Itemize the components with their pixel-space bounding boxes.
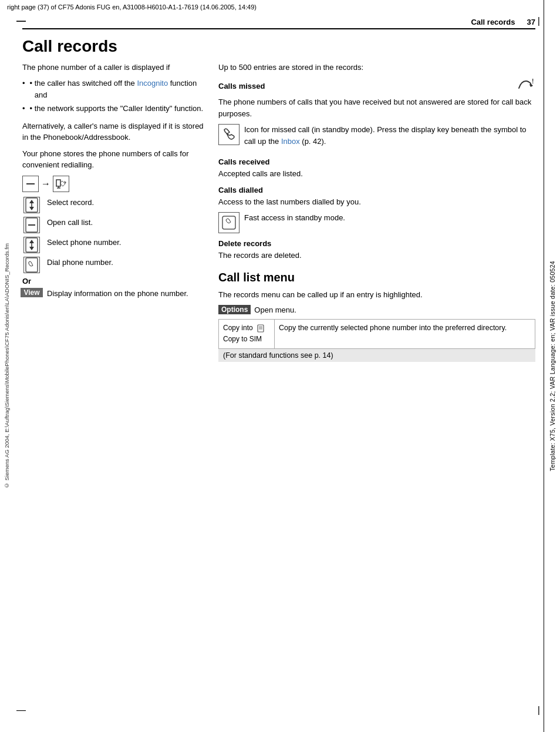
calls-missed-heading: Calls missed	[218, 82, 265, 90]
highlight-incognito: Incognito	[137, 79, 168, 88]
step4-text: Dial phone number.	[47, 257, 204, 268]
top-bar: right page (37) of CF75 Adonis FUG en, A…	[0, 0, 560, 13]
delete-records-body: The records are deleted.	[218, 250, 535, 261]
bullet-text-2: the network supports the "Caller Identit…	[35, 103, 203, 115]
phone-large-icon	[218, 124, 239, 145]
left-para2: Alternatively, a caller's name is displa…	[22, 120, 204, 143]
step3-text: Select phone number.	[47, 237, 204, 249]
top-left-mark: —	[16, 16, 26, 26]
left-sidebar-text: © Siemens AG 2004, E:\Auftrag\Siemens\Mo…	[4, 243, 10, 489]
nav-icon	[25, 197, 38, 213]
step1-icon-cell	[22, 197, 41, 213]
step-open-call-list: Open call list.	[22, 217, 204, 233]
svg-text:!: !	[532, 79, 534, 85]
step-dial-phone-number: Dial phone number.	[22, 257, 204, 273]
nav-icon-2	[25, 237, 38, 253]
top-bar-text: right page (37) of CF75 Adonis FUG en, A…	[7, 4, 257, 11]
fast-access-desc: Fast access in standby mode.	[244, 212, 345, 224]
minus-icon-box	[22, 176, 39, 192]
step-select-phone-number: Select phone number.	[22, 237, 204, 253]
calls-received-heading: Calls received	[218, 157, 535, 166]
delete-records-heading: Delete records	[218, 239, 535, 248]
phone-edit-icon	[55, 178, 68, 190]
svg-rect-0	[26, 183, 35, 184]
view-desc: Display information on the phone number.	[47, 288, 204, 300]
svg-rect-11	[26, 258, 38, 272]
minus-icon	[25, 181, 36, 187]
svg-rect-14	[258, 325, 264, 332]
top-right-mark: |	[538, 16, 540, 26]
minus-btn-icon	[23, 217, 40, 233]
step3-icon-cell	[22, 237, 41, 253]
right-column: Up to 500 entries are stored in the reco…	[218, 62, 535, 362]
svg-marker-9	[29, 247, 34, 250]
calls-missed-body: The phone numbers of calls that you have…	[218, 96, 535, 119]
right-sidebar-text: Template: X75, Version 2.2; VAR Language…	[549, 261, 556, 471]
main-content: Call records 37 Call records The phone n…	[16, 13, 541, 362]
step2-icon-cell	[22, 217, 41, 233]
call-list-intro: The records menu can be called up if an …	[218, 289, 535, 301]
minus-btn-svg	[25, 217, 38, 233]
step2-text: Open call list.	[47, 217, 204, 229]
phone-receiver-icon	[221, 126, 237, 143]
svg-marker-2	[29, 200, 34, 203]
step4-icon-cell	[22, 257, 41, 273]
right-intro: Up to 500 entries are stored in the reco…	[218, 62, 535, 73]
page-header-title: Call records	[471, 18, 515, 26]
fast-access-icon	[218, 212, 239, 233]
menu-key-copy: Copy into Copy to SIM	[219, 320, 275, 348]
bullet-item-1: • the caller has switched off the Incogn…	[22, 78, 204, 100]
nav-up-down-icon	[23, 197, 40, 213]
call-list-menu-title: Call list menu	[218, 271, 535, 284]
left-para3: Your phone stores the phone numbers of c…	[22, 148, 204, 171]
bullet-list: • the caller has switched off the Incogn…	[22, 78, 204, 115]
bottom-left-mark: —	[16, 705, 26, 716]
missed-call-icon: !	[517, 79, 535, 95]
view-btn-cell: View	[22, 288, 41, 297]
copy-label: Copy into Copy to SIM	[223, 323, 270, 345]
options-row: Options Open menu.	[218, 305, 535, 314]
bullet-text-1: the caller has switched off the Incognit…	[35, 78, 204, 100]
missed-sub-row: Icon for missed call (in standby mode). …	[218, 124, 535, 152]
page-header-number: 37	[527, 18, 535, 26]
copy-into-text: Copy into	[223, 324, 265, 332]
dial-icon	[23, 257, 40, 273]
svg-marker-8	[29, 240, 34, 243]
copy-to-sim-text: Copy to SIM	[223, 335, 262, 343]
nav-up-down-icon-2	[23, 237, 40, 253]
page-title: Call records	[22, 38, 535, 56]
menu-table: Copy into Copy to SIM Copy	[218, 319, 535, 348]
two-column-layout: The phone number of a caller is displaye…	[22, 62, 535, 362]
highlight-inbox: Inbox	[281, 137, 300, 146]
bottom-right-mark: |	[538, 705, 540, 716]
missed-icon-svg: !	[517, 79, 535, 92]
step1-text: Select record.	[47, 197, 204, 209]
calls-dialled-body: Access to the last numbers dialled by yo…	[218, 196, 535, 208]
fast-access-svg	[221, 215, 237, 230]
bullet-marker-2: •	[30, 103, 35, 115]
calls-dialled-heading: Calls dialled	[218, 186, 535, 194]
standard-note: (For standard functions see p. 14)	[218, 349, 535, 362]
fast-access-row: Fast access in standby mode.	[218, 212, 535, 233]
edit-icon-box	[53, 176, 69, 192]
calls-received-body: Accepted calls are listed.	[218, 168, 535, 180]
missed-icon-desc: Icon for missed call (in standby mode). …	[244, 124, 535, 147]
view-button[interactable]: View	[21, 288, 42, 297]
notebook-icon	[257, 324, 265, 333]
left-sidebar: © Siemens AG 2004, E:\Auftrag\Siemens\Mo…	[0, 0, 13, 732]
left-intro: The phone number of a caller is displaye…	[22, 62, 204, 73]
svg-rect-13	[222, 216, 235, 229]
right-arrow: →	[41, 179, 50, 189]
options-label: Open menu.	[254, 305, 296, 314]
or-label: Or	[22, 277, 204, 286]
page-header: Call records 37	[22, 13, 535, 29]
left-column: The phone number of a caller is displaye…	[22, 62, 204, 362]
menu-value-copy: Copy the currently selected phone number…	[275, 320, 535, 348]
calls-missed-header: Calls missed !	[218, 79, 535, 95]
right-sidebar: Template: X75, Version 2.2; VAR Language…	[544, 0, 560, 732]
svg-rect-6	[28, 224, 35, 226]
arrow-sequence: →	[22, 176, 204, 192]
view-row: View Display information on the phone nu…	[22, 288, 204, 300]
menu-row-copy: Copy into Copy to SIM Copy	[219, 320, 535, 348]
options-button[interactable]: Options	[218, 305, 251, 314]
